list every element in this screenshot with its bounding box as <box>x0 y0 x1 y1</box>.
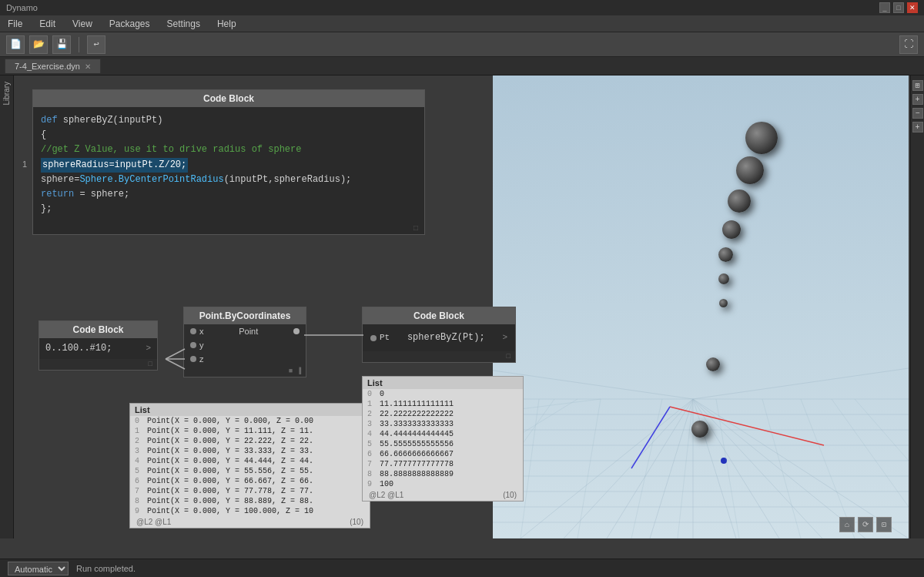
list-item: 3Point(X = 0.000, Y = 33.333, Z = 33. <box>130 446 370 456</box>
node-sphereZ-footer: □ <box>363 351 515 362</box>
open-button[interactable]: 📂 <box>29 35 48 54</box>
list-sphereZ-footer: @L2 @L1 (10) <box>363 489 523 501</box>
maximize-button[interactable]: □ <box>893 2 904 13</box>
list-item: 555.5555555555556 <box>363 439 523 449</box>
port-row-x: x Point <box>184 324 306 338</box>
close-button[interactable]: ✕ <box>907 2 918 13</box>
list-item: 6Point(X = 0.000, Y = 66.667, Z = 66. <box>130 476 370 486</box>
list-sphereZ-header: List <box>363 377 523 389</box>
list-item: 111.1111111111111 <box>363 399 523 409</box>
node-point-bycoordinates[interactable]: Point.ByCoordinates x Point y z <box>183 307 306 377</box>
toolbar: 📄 📂 💾 ↩ ⛶ <box>0 32 924 57</box>
port-x-dot <box>190 328 196 334</box>
node-code-small[interactable]: Code Block 0..100..#10; > □ <box>38 320 158 371</box>
zoom-out-button[interactable]: − <box>912 108 923 119</box>
list-point-footer-left: @L2 @L1 <box>136 518 171 526</box>
sphere-9 <box>691 421 708 438</box>
svg-line-38 <box>166 349 185 359</box>
list-output-sphereZ: List 00 111.1111111111111 222.2222222222… <box>362 376 524 502</box>
list-item: 888.8888888888889 <box>363 469 523 479</box>
list-point-footer-right: (10) <box>350 518 363 526</box>
sphere-1 <box>745 122 778 154</box>
list-point-items: 0Point(X = 0.000, Y = 0.000, Z = 0.00 1P… <box>130 416 370 516</box>
port-pt-label: Pt <box>380 331 390 345</box>
node-area: Code Block def sphereByZ(inputPt) { //ge… <box>15 75 493 538</box>
undo-button[interactable]: ↩ <box>87 35 105 54</box>
port-row-y: y <box>184 338 306 352</box>
list-item: 444.4444444444445 <box>363 429 523 439</box>
new-button[interactable]: 📄 <box>6 35 25 54</box>
code-small-chevron[interactable]: > <box>146 342 151 356</box>
sphere-2 <box>736 156 764 184</box>
zoom-fit-button[interactable]: ⊞ <box>912 80 923 91</box>
line-number: 1 <box>22 158 27 172</box>
viewport-3d: ⌂ ⟳ ⊡ <box>477 75 909 538</box>
node-code-small-header: Code Block <box>39 321 157 338</box>
sphere-4 <box>722 220 741 239</box>
port-point-out-dot <box>293 328 300 334</box>
titlebar: Dynamo _ □ ✕ <box>0 0 924 15</box>
list-item: 666.6666666666667 <box>363 449 523 459</box>
port-y-dot <box>190 342 196 348</box>
port-row-z: z <box>184 352 306 366</box>
node-point-header: Point.ByCoordinates <box>184 307 306 324</box>
tab-label: 7-4_Exercise.dyn <box>15 62 80 71</box>
menu-settings[interactable]: Settings <box>164 17 203 31</box>
port-x-label: x <box>199 327 204 336</box>
menu-file[interactable]: File <box>5 17 25 31</box>
canvas-area: Library ⊞ + − + <box>0 75 924 538</box>
sphere-5 <box>718 247 733 262</box>
menubar: File Edit View Packages Settings Help <box>0 15 924 32</box>
menu-help[interactable]: Help <box>214 17 239 31</box>
viewport-rotate-button[interactable]: ⟳ <box>858 517 873 532</box>
port-z-label: z <box>199 354 204 364</box>
tab-exercise[interactable]: 7-4_Exercise.dyn ✕ <box>5 59 101 73</box>
node-code-main-footer: □ <box>33 223 424 234</box>
zoom-in-button[interactable]: + <box>912 94 923 105</box>
grid-svg <box>477 75 909 538</box>
sphereZ-code: sphereByZ(Pt); <box>407 330 485 345</box>
zoom-settings-button[interactable]: + <box>912 122 923 133</box>
node-code-block-main[interactable]: Code Block def sphereByZ(inputPt) { //ge… <box>32 89 425 235</box>
sphere-7 <box>719 299 728 307</box>
node-code-sphereZ[interactable]: Code Block Pt sphereByZ(Pt); > □ <box>362 307 516 363</box>
save-button[interactable]: 💾 <box>52 35 71 54</box>
list-point-footer: @L2 @L1 (10) <box>130 516 370 528</box>
port-pt-dot <box>370 335 377 341</box>
node-code-main-body: def sphereByZ(inputPt) { //get Z Value, … <box>33 107 424 223</box>
menu-packages[interactable]: Packages <box>106 17 153 31</box>
run-mode-select[interactable]: Automatic Manual <box>8 562 69 575</box>
port-z-dot <box>190 356 196 362</box>
port-y-label: y <box>199 340 204 350</box>
list-item: 777.7777777777778 <box>363 459 523 469</box>
menu-edit[interactable]: Edit <box>36 17 59 31</box>
list-item: 2Point(X = 0.000, Y = 22.222, Z = 22. <box>130 436 370 446</box>
sidebar-right: ⊞ + − + <box>910 75 924 538</box>
tab-close-icon[interactable]: ✕ <box>85 62 91 71</box>
list-point-header: List <box>130 404 370 416</box>
fullscreen-button[interactable]: ⛶ <box>899 35 918 54</box>
node-sphereZ-header: Code Block <box>363 307 515 324</box>
list-sphereZ-items: 00 111.1111111111111 222.2222222222222 3… <box>363 389 523 489</box>
node-sphereZ-body: Pt sphereByZ(Pt); > <box>363 324 515 351</box>
list-item: 5Point(X = 0.000, Y = 55.556, Z = 55. <box>130 466 370 476</box>
node-code-small-footer: □ <box>39 359 157 370</box>
menu-view[interactable]: View <box>69 17 95 31</box>
minimize-button[interactable]: _ <box>879 2 890 13</box>
list-item: 8Point(X = 0.000, Y = 88.889, Z = 88. <box>130 496 370 506</box>
sphereZ-chevron[interactable]: > <box>502 331 507 345</box>
toolbar-separator <box>79 37 79 52</box>
list-item: 1Point(X = 0.000, Y = 11.111, Z = 11. <box>130 426 370 436</box>
statusbar: Automatic Manual Run completed. <box>0 559 924 577</box>
titlebar-controls: _ □ ✕ <box>879 2 918 13</box>
viewport-home-button[interactable]: ⌂ <box>839 517 855 532</box>
viewport-3d-controls: ⌂ ⟳ ⊡ <box>839 517 892 532</box>
list-item: 4Point(X = 0.000, Y = 44.444, Z = 44. <box>130 456 370 466</box>
status-text: Run completed. <box>76 564 136 573</box>
titlebar-left: Dynamo <box>6 3 38 12</box>
list-sphereZ-footer-left: @L2 @L1 <box>369 491 403 499</box>
svg-line-40 <box>166 359 185 369</box>
viewport-fit-button[interactable]: ⊡ <box>876 517 892 532</box>
code-small-value: 0..100..#10; <box>45 341 112 356</box>
list-sphereZ-footer-right: (10) <box>503 491 517 499</box>
